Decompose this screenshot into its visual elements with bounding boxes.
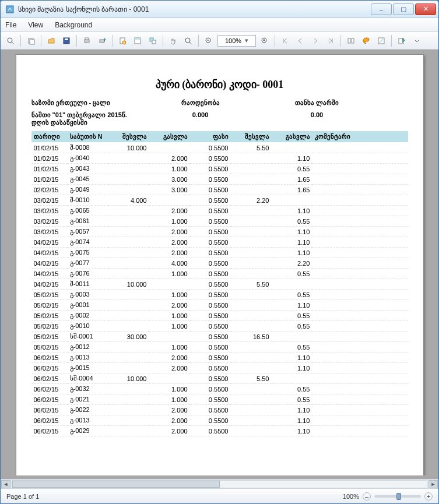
minimize-button[interactable]: – [371, 3, 392, 15]
toolbar-dropdown-icon[interactable] [410, 34, 423, 47]
cell-out_q: 1.000 [149, 216, 190, 227]
table-row: 05/02/15სშ-000130.0000.550016.50 [31, 332, 408, 342]
zoom-slider-thumb[interactable] [396, 493, 401, 500]
cell-comment [312, 174, 408, 185]
table-row: 06/02/15გ-00222.0000.55001.10 [31, 405, 408, 415]
cell-in_q [108, 300, 149, 311]
table-row: 05/02/15გ-00031.0000.55000.55 [31, 290, 408, 300]
scroll-right-icon[interactable]: ► [429, 480, 438, 488]
table-row: 04/02/15გ-00742.0000.55001.10 [31, 237, 408, 248]
zoom-in-small-icon[interactable]: + [424, 492, 433, 501]
cell-in_a [231, 311, 272, 321]
color-icon[interactable] [360, 34, 373, 47]
cell-doc: შ-0010 [68, 195, 108, 206]
maximize-button[interactable]: ▢ [393, 3, 414, 15]
table-row: 03/02/15გ-00572.0000.55001.10 [31, 227, 408, 237]
quick-print-icon[interactable] [96, 34, 108, 47]
cell-price: 0.5500 [190, 332, 231, 342]
page-setup-icon[interactable] [116, 34, 129, 47]
table-row: 06/02/15გ-00292.0000.55001.10 [31, 426, 408, 436]
cell-in_a [231, 216, 272, 227]
save-icon[interactable] [60, 34, 73, 47]
zoom-out-small-icon[interactable]: – [363, 492, 371, 501]
hand-tool-icon[interactable] [167, 34, 180, 47]
cell-comment [312, 363, 408, 373]
print-icon[interactable] [80, 34, 93, 47]
cell-price: 0.5500 [190, 405, 231, 415]
table-header-row: თარიღი საბუთის N შესვლა გასვლა ფასი შესვ… [31, 131, 408, 143]
cell-doc: გ-0075 [68, 248, 108, 258]
table-row: 06/02/15გ-00211.0000.55000.55 [31, 394, 408, 405]
cell-doc: შ-0008 [68, 143, 108, 153]
cell-out_a: 0.55 [272, 164, 312, 174]
cell-comment [312, 353, 408, 363]
col-in-qty: შესვლა [108, 131, 149, 143]
table-row: 01/02/15გ-00453.0000.55001.65 [31, 174, 408, 185]
cell-in_q [108, 363, 149, 373]
cell-price: 0.5500 [190, 227, 231, 237]
report-balance-row: ნაშთი "01" თებერვალი 2015წ. დღის დასაწყი… [31, 111, 408, 126]
horizontal-scrollbar[interactable]: ◄ ► [1, 479, 438, 488]
cell-date: 04/02/15 [31, 279, 68, 290]
cell-out_q: 2.000 [149, 153, 190, 164]
paper-scroll[interactable]: პური (ბარონი) კოდი- 0001 საზომი ერთეული … [4, 53, 435, 475]
menu-background[interactable]: Background [55, 21, 92, 29]
cell-in_q [108, 174, 149, 185]
scroll-thumb[interactable] [12, 481, 220, 488]
cell-in_a: 16.50 [231, 332, 272, 342]
watermark-icon[interactable] [375, 34, 388, 47]
cell-out_a: 0.55 [272, 311, 312, 321]
cell-price: 0.5500 [190, 311, 231, 321]
scale-icon[interactable] [146, 34, 159, 47]
cell-date: 05/02/15 [31, 300, 68, 311]
zoom-tool-icon[interactable] [182, 34, 195, 47]
scroll-track[interactable] [12, 480, 427, 488]
first-page-icon[interactable] [279, 34, 292, 47]
cell-out_q: 2.000 [149, 300, 190, 311]
status-right: 100% – + [343, 492, 433, 501]
cell-doc: გ-0032 [68, 384, 108, 394]
cell-doc: გ-0061 [68, 216, 108, 227]
copy-icon[interactable] [24, 34, 37, 47]
export-icon[interactable] [395, 34, 408, 47]
menu-view[interactable]: View [28, 21, 43, 29]
cell-date: 06/02/15 [31, 394, 68, 405]
cell-out_a: 0.55 [272, 384, 312, 394]
zoom-out-icon[interactable] [202, 34, 215, 47]
zoom-in-icon[interactable] [258, 34, 271, 47]
header-footer-icon[interactable] [131, 34, 144, 47]
table-row: 04/02/15გ-00774.0000.55002.20 [31, 258, 408, 269]
svg-rect-6 [65, 38, 68, 40]
zoom-slider[interactable] [374, 495, 421, 498]
cell-in_q: 10.000 [108, 143, 149, 153]
table-row: 04/02/15გ-00761.0000.55000.55 [31, 269, 408, 279]
cell-in_q [108, 185, 149, 195]
cell-out_q [149, 279, 190, 290]
cell-date: 03/02/15 [31, 227, 68, 237]
cell-in_q [108, 153, 149, 164]
last-page-icon[interactable] [324, 34, 337, 47]
next-page-icon[interactable] [309, 34, 322, 47]
cell-out_q: 2.000 [149, 415, 190, 426]
zoom-combo[interactable]: 100%▾ [217, 35, 256, 47]
cell-out_q [149, 143, 190, 153]
report-title: პური (ბარონი) კოდი- 0001 [31, 78, 408, 91]
menu-file[interactable]: File [5, 21, 16, 29]
zoom-indicator: 100% [343, 493, 359, 500]
search-icon[interactable] [4, 34, 17, 47]
prev-page-icon[interactable] [294, 34, 307, 47]
cell-price: 0.5500 [190, 373, 231, 384]
cell-out_a: 1.10 [272, 353, 312, 363]
cell-doc: გ-0021 [68, 394, 108, 405]
table-row: 03/02/15გ-00652.0000.55001.10 [31, 206, 408, 216]
multipage-icon[interactable] [345, 34, 357, 47]
cell-in_a [231, 237, 272, 248]
cell-in_a [231, 206, 272, 216]
cell-comment [312, 195, 408, 206]
close-button[interactable]: ✕ [415, 3, 436, 15]
cell-comment [312, 384, 408, 394]
open-icon[interactable] [45, 34, 58, 47]
cell-comment [312, 216, 408, 227]
cell-out_q: 1.000 [149, 164, 190, 174]
scroll-left-icon[interactable]: ◄ [1, 480, 10, 488]
